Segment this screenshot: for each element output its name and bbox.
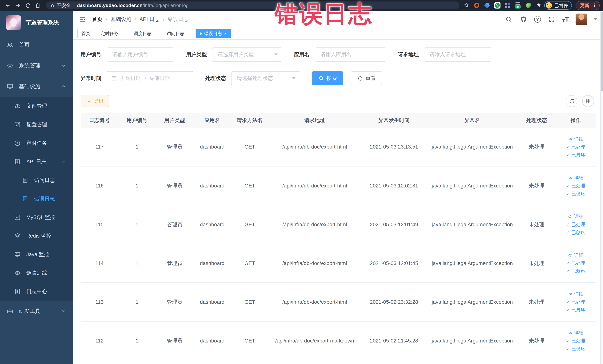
extension-icon-orange-ring[interactable] xyxy=(474,2,480,9)
user-id-input[interactable] xyxy=(107,47,174,61)
address-bar[interactable]: 不安全 dashboard.yudao.iocoder.cn/infra/log… xyxy=(46,1,459,9)
user-type-input[interactable] xyxy=(212,47,282,61)
close-icon[interactable]: × xyxy=(187,31,189,36)
close-icon[interactable]: × xyxy=(121,31,123,36)
search-icon[interactable] xyxy=(505,15,513,23)
table-tools xyxy=(566,95,594,107)
vertical-scrollbar-thumb[interactable] xyxy=(601,12,603,91)
tag-access-log[interactable]: 访问日志 × xyxy=(162,29,193,38)
extension-icon-grid[interactable] xyxy=(504,2,511,9)
cell-user-id: 1 xyxy=(118,166,156,205)
mark-processed-link[interactable]: ✓ 已处理 xyxy=(566,183,585,189)
url-path: /infra/log/api-error-log xyxy=(142,3,189,8)
detail-label: 详细 xyxy=(574,330,583,336)
home-icon[interactable] xyxy=(33,1,42,10)
mark-ignored-link[interactable]: ✓ 已忽略 xyxy=(566,268,585,274)
cell-method: GET xyxy=(231,321,269,360)
reload-icon[interactable] xyxy=(23,1,32,10)
date-range-picker[interactable]: 开始日期 - 结束日期 xyxy=(107,71,193,85)
detail-link[interactable]: 详细 xyxy=(568,330,583,336)
mark-ignored-link[interactable]: ✓ 已忽略 xyxy=(566,346,585,352)
sidebar-collapse-icon[interactable] xyxy=(79,15,87,23)
sidebar-item-config-manage[interactable]: 配置管理 xyxy=(0,115,73,134)
sidebar-item-redis-monitor[interactable]: Redis 监控 xyxy=(0,227,73,245)
sidebar-item-java-monitor[interactable]: Java 监控 xyxy=(0,245,73,264)
detail-link[interactable]: 详细 xyxy=(568,175,583,181)
breadcrumb-home[interactable]: 首页 xyxy=(92,16,103,23)
security-status[interactable]: 不安全 xyxy=(50,2,71,9)
mark-processed-link[interactable]: ✓ 已处理 xyxy=(566,338,585,344)
edit-square-icon xyxy=(14,121,21,128)
processed-label: 已处理 xyxy=(571,183,585,189)
mark-ignored-link[interactable]: ✓ 已忽略 xyxy=(566,229,585,235)
sidebar-item-home[interactable]: 首页 xyxy=(0,35,73,55)
bookmark-star-icon[interactable] xyxy=(463,2,470,9)
sidebar-item-devtools[interactable]: 研发工具 xyxy=(0,301,73,322)
table-row: 117 1 管理员 dashboard GET /api/infra/db-do… xyxy=(81,128,596,166)
mark-ignored-link[interactable]: ✓ 已忽略 xyxy=(566,307,585,313)
tag-error-log[interactable]: 错误日志 × xyxy=(196,29,231,38)
app-logo-row[interactable]: 芋道管理系统 xyxy=(0,11,73,35)
sidebar-item-trace[interactable]: 链路追踪 xyxy=(0,264,73,282)
help-icon[interactable]: ? xyxy=(534,16,541,23)
reset-button[interactable]: 重置 xyxy=(351,71,382,85)
fullscreen-icon[interactable] xyxy=(548,15,556,23)
close-icon[interactable]: × xyxy=(154,31,156,36)
detail-link[interactable]: 详细 xyxy=(568,136,583,142)
detail-link[interactable]: 详细 xyxy=(568,291,583,297)
github-icon[interactable] xyxy=(519,15,528,23)
sidebar-item-file-manage[interactable]: 文件管理 xyxy=(0,97,73,115)
download-icon xyxy=(86,98,92,104)
sidebar-item-mysql-monitor[interactable]: MySQL 监控 xyxy=(0,208,73,227)
tag-schedule-log[interactable]: 调度日志 × xyxy=(129,29,160,38)
detail-link[interactable]: 详细 xyxy=(568,213,583,220)
sidebar-item-log-center[interactable]: 日志中心 xyxy=(0,282,73,301)
check-icon: ✓ xyxy=(566,300,570,304)
extension-paused-badge[interactable]: 已暂停 xyxy=(544,1,572,10)
extension-icon-puzzle[interactable] xyxy=(535,2,542,9)
mark-ignored-link[interactable]: ✓ 已忽略 xyxy=(566,191,585,197)
close-icon[interactable]: × xyxy=(224,31,227,36)
forward-icon[interactable] xyxy=(13,1,22,10)
browser-menu-icon[interactable]: ⋮ xyxy=(592,4,597,7)
check-icon: ✓ xyxy=(566,231,570,235)
back-icon[interactable] xyxy=(3,1,12,10)
page-content: 用户编号 用户类型 应用名 请求地址 异常时间 xyxy=(73,40,603,364)
detail-link[interactable]: 详细 xyxy=(568,252,583,258)
mark-processed-link[interactable]: ✓ 已处理 xyxy=(566,221,585,227)
app-name-input[interactable] xyxy=(315,47,386,61)
extension-icon-on-toggle[interactable]: on xyxy=(515,2,521,9)
mark-processed-link[interactable]: ✓ 已处理 xyxy=(566,260,585,266)
extension-icon-blue-drop[interactable] xyxy=(484,2,490,9)
search-button[interactable]: 搜索 xyxy=(312,71,343,85)
column-settings-button[interactable] xyxy=(582,95,594,107)
refresh-table-button[interactable] xyxy=(566,95,577,107)
sidebar-item-error-log[interactable]: 错误日志 xyxy=(0,189,73,208)
user-type-select[interactable] xyxy=(212,47,282,61)
sidebar-item-infra[interactable]: 基础设施 xyxy=(0,76,73,97)
breadcrumb-infra[interactable]: 基础设施 xyxy=(111,16,131,23)
sidebar-item-api-log[interactable]: API 日志 xyxy=(0,153,73,171)
avatar-caret-icon[interactable] xyxy=(594,18,597,20)
process-status-select[interactable] xyxy=(231,71,300,85)
user-avatar[interactable] xyxy=(576,13,587,25)
extension-icon-leaf[interactable] xyxy=(525,2,532,9)
process-status-input[interactable] xyxy=(231,71,300,85)
mark-ignored-link[interactable]: ✓ 已忽略 xyxy=(566,152,585,158)
sidebar-item-scheduled-job[interactable]: 定时任务 xyxy=(0,134,73,153)
vertical-scrollbar[interactable] xyxy=(600,11,603,364)
sidebar-item-access-log[interactable]: 访问日志 xyxy=(0,171,73,189)
sidebar-item-system[interactable]: 系统管理 xyxy=(0,55,73,76)
cell-log-id: 117 xyxy=(81,128,118,166)
browser-update-button[interactable]: 更新 ⋮ xyxy=(576,1,600,10)
export-button[interactable]: 导出 xyxy=(81,95,109,107)
breadcrumb-api-log[interactable]: API 日志 xyxy=(139,16,160,23)
extension-icon-green-v[interactable]: V xyxy=(494,2,500,9)
tag-scheduled-job[interactable]: 定时任务 × xyxy=(97,29,127,38)
mark-processed-link[interactable]: ✓ 已处理 xyxy=(566,144,585,150)
request-url-input[interactable] xyxy=(424,47,492,61)
mark-processed-link[interactable]: ✓ 已处理 xyxy=(566,299,585,305)
tag-home[interactable]: 首页 xyxy=(77,29,94,38)
font-size-icon[interactable]: TT xyxy=(562,16,569,23)
column-header-user-id: 用户编号 xyxy=(118,113,156,128)
